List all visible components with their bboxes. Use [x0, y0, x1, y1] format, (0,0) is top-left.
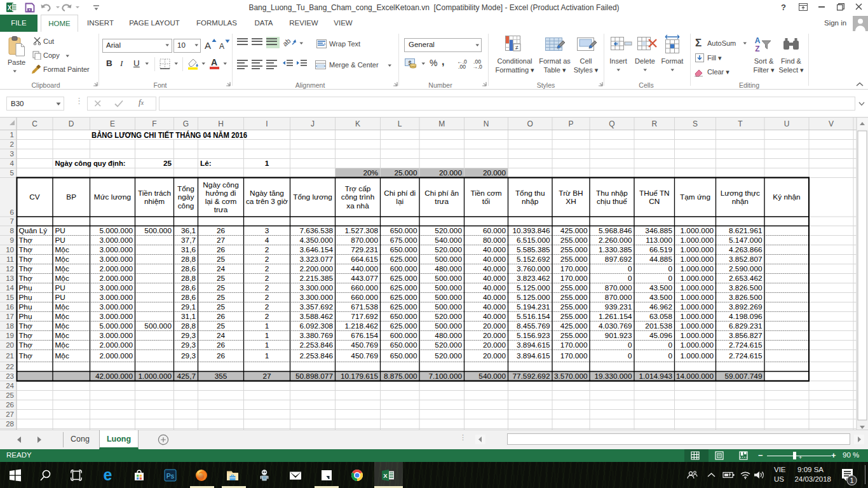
svg-text:480.000: 480.000: [435, 331, 462, 340]
svg-text:10: 10: [6, 246, 14, 254]
svg-text:Mộc: Mộc: [55, 302, 69, 311]
svg-text:Z: Z: [755, 44, 759, 53]
svg-text:15: 15: [6, 294, 14, 301]
svg-text:25: 25: [217, 283, 226, 292]
svg-text:870.000: 870.000: [605, 283, 632, 292]
svg-text:870.000: 870.000: [351, 236, 378, 245]
svg-text:500.000: 500.000: [435, 293, 462, 302]
svg-text:25: 25: [217, 293, 226, 302]
svg-text:2.000.000: 2.000.000: [100, 264, 133, 273]
svg-text:Thợ: Thợ: [19, 351, 33, 360]
svg-text:ab: ab: [283, 37, 292, 47]
svg-text:PU: PU: [55, 226, 65, 235]
svg-text:O: O: [527, 119, 533, 128]
svg-text:Thợ: Thợ: [19, 236, 33, 245]
svg-text:450.769: 450.769: [351, 351, 378, 360]
svg-text:170.000: 170.000: [560, 274, 588, 283]
svg-text:440.000: 440.000: [351, 264, 378, 273]
svg-text:6.092.308: 6.092.308: [300, 322, 334, 330]
svg-text:G: G: [183, 119, 189, 128]
svg-text:Phụ: Phụ: [19, 302, 32, 311]
svg-text:650.000: 650.000: [390, 312, 417, 321]
svg-text:5.000.000: 5.000.000: [100, 322, 133, 330]
svg-text:255.000: 255.000: [560, 245, 588, 254]
svg-text:425.000: 425.000: [560, 322, 588, 330]
svg-text:3.300.000: 3.300.000: [300, 283, 334, 292]
svg-text:664.615: 664.615: [351, 255, 378, 264]
svg-text:Ký nhận: Ký nhận: [773, 193, 800, 201]
svg-text:43.500: 43.500: [649, 283, 673, 292]
svg-text:255.000: 255.000: [560, 312, 588, 321]
svg-text:Mộc: Mộc: [55, 351, 69, 360]
svg-text:500.000: 500.000: [144, 322, 172, 330]
svg-text:17: 17: [6, 313, 14, 320]
svg-text:Lẻ:: Lẻ:: [200, 159, 212, 168]
svg-text:113.000: 113.000: [646, 236, 672, 245]
svg-text:Quản Lý: Quản Lý: [19, 226, 48, 235]
svg-text:625.000: 625.000: [390, 274, 417, 283]
svg-text:S: S: [693, 119, 698, 128]
svg-text:4.198.096: 4.198.096: [729, 312, 763, 321]
svg-text:Tổng: Tổng: [177, 184, 194, 193]
svg-text:10.179.615: 10.179.615: [341, 372, 378, 381]
svg-text:3.856.827: 3.856.827: [729, 331, 762, 340]
svg-text:6.515.000: 6.515.000: [517, 236, 550, 245]
svg-text:BP: BP: [66, 193, 76, 201]
svg-text:26: 26: [217, 226, 226, 235]
svg-text:2.724.615: 2.724.615: [729, 341, 763, 349]
svg-text:5.585.385: 5.585.385: [517, 245, 550, 254]
svg-text:44.885: 44.885: [649, 255, 673, 264]
svg-text:77.592.692: 77.592.692: [512, 372, 550, 381]
svg-text:1.261.154: 1.261.154: [599, 312, 632, 321]
svg-text:E: E: [110, 119, 115, 128]
svg-text:23: 23: [6, 372, 14, 380]
svg-text:3: 3: [265, 226, 269, 235]
svg-text:24: 24: [6, 382, 14, 390]
svg-text:4.263.866: 4.263.866: [729, 245, 763, 254]
svg-text:K: K: [355, 119, 360, 128]
svg-text:46.962: 46.962: [649, 302, 672, 311]
svg-text:29,3: 29,3: [181, 331, 196, 340]
svg-text:43.500: 43.500: [649, 293, 673, 302]
svg-text:170.000: 170.000: [560, 264, 588, 273]
svg-text:22: 22: [6, 363, 14, 370]
svg-text:2: 2: [265, 283, 269, 292]
svg-text:1.000.000: 1.000.000: [681, 283, 714, 292]
svg-text:Thợ: Thợ: [19, 245, 33, 254]
svg-text:trưa: trưa: [214, 205, 228, 214]
svg-text:31,1: 31,1: [181, 312, 196, 321]
svg-text:2.000.000: 2.000.000: [100, 341, 133, 349]
svg-text:Trợ cấp: Trợ cấp: [345, 184, 371, 193]
svg-text:1.014.943: 1.014.943: [639, 372, 673, 381]
svg-text:Thợ: Thợ: [19, 331, 33, 340]
svg-text:480.000: 480.000: [435, 264, 462, 273]
svg-text:26: 26: [217, 245, 226, 254]
svg-text:Tổng thu: Tổng thu: [515, 189, 545, 198]
svg-text:Mộc: Mộc: [55, 312, 69, 321]
svg-text:Tổng lương: Tổng lương: [293, 193, 332, 201]
svg-text:25: 25: [217, 255, 226, 264]
svg-text:nhập: nhập: [522, 197, 539, 206]
svg-text:42.000.000: 42.000.000: [95, 372, 133, 381]
svg-text:3.000.000: 3.000.000: [100, 293, 133, 302]
svg-text:7.636.538: 7.636.538: [300, 226, 334, 235]
svg-text:PU: PU: [55, 293, 65, 302]
svg-text:3.826.500: 3.826.500: [729, 293, 763, 302]
svg-text:425,7: 425,7: [177, 372, 196, 381]
svg-text:24: 24: [217, 331, 226, 340]
svg-text:2: 2: [265, 293, 269, 302]
svg-text:24: 24: [217, 264, 226, 273]
svg-text:600.000: 600.000: [390, 264, 417, 273]
svg-text:Ngày công quy định:: Ngày công quy định:: [55, 159, 126, 168]
svg-text:66.519: 66.519: [649, 245, 672, 254]
svg-text:nhiệm: nhiệm: [144, 197, 165, 206]
svg-text:7.100.000: 7.100.000: [429, 372, 463, 381]
svg-text:≠: ≠: [515, 44, 519, 51]
svg-text:11: 11: [6, 255, 14, 263]
svg-text:4.030.769: 4.030.769: [599, 322, 632, 330]
svg-text:J: J: [311, 119, 315, 128]
svg-text:Phụ: Phụ: [19, 283, 32, 292]
svg-text:625.000: 625.000: [390, 302, 417, 311]
svg-text:.00: .00: [458, 64, 466, 69]
svg-text:897.692: 897.692: [605, 255, 632, 264]
